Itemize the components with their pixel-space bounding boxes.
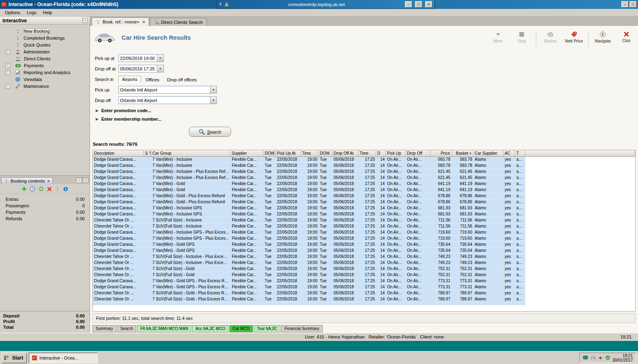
- promotion-code-expander[interactable]: ▶ Enter promotion code...: [96, 107, 638, 114]
- sidebar-item-reporting-and-analytics[interactable]: +Reporting and Analytics: [0, 69, 90, 76]
- toolbar-basket-button[interactable]: Basket: [541, 31, 560, 43]
- pickup-combobox[interactable]: ▼: [118, 86, 217, 94]
- sidebar-item-administrator[interactable]: +Administrator: [0, 48, 90, 55]
- booking-contents-close-icon[interactable]: ×: [47, 179, 49, 183]
- toolbar-navigate-button[interactable]: Navigate: [593, 31, 612, 43]
- result-row[interactable]: Dodge Grand Carava...7 Van(Mini) - Inclu…: [93, 157, 635, 163]
- result-row[interactable]: Dodge Grand Carava...7 Van(Mini) - Gold …: [93, 193, 635, 199]
- result-row[interactable]: Dodge Grand Carava...7 Van(Mini) - Inclu…: [93, 175, 635, 181]
- sidebar-collapse-button[interactable]: −: [82, 18, 88, 23]
- delete-icon[interactable]: [47, 187, 52, 192]
- result-row[interactable]: Chevrolet Tahoe Or ...7 SUV(Full Size) -…: [93, 266, 635, 272]
- window-minimize-button[interactable]: −: [621, 1, 629, 8]
- result-row[interactable]: Dodge Grand Carava...7 Van(Mini) - Gold …: [93, 278, 635, 284]
- menu-item-help[interactable]: Help: [40, 9, 56, 16]
- result-row[interactable]: Chevrolet Tahoe Or ...7 SUV(Full Size) -…: [93, 290, 635, 296]
- sidebar-item-maintenance[interactable]: +Maintenance: [0, 83, 90, 89]
- result-row[interactable]: Chevrolet Tahoe Or ...7 SUV(Full Size) -…: [93, 254, 635, 260]
- expand-plus-icon[interactable]: +: [6, 84, 10, 88]
- dropoff-combobox[interactable]: ▼: [118, 96, 217, 104]
- sidebar-item-direct-clients[interactable]: Direct Clients: [0, 55, 90, 62]
- pickup-at-input[interactable]: ▼: [118, 54, 164, 62]
- result-row[interactable]: Chevrolet Tahoe Or ...7 SUV(Full Size) -…: [93, 260, 635, 266]
- result-row[interactable]: Dodge Grand Carava...7 Van(Mini) - GoldF…: [93, 187, 635, 193]
- bottom-tab-summary[interactable]: Summary: [92, 325, 116, 332]
- bottom-tab-tour-6a-3c[interactable]: Tour 6A,3C: [254, 325, 280, 332]
- membership-number-expander[interactable]: ▶ Enter membership number...: [96, 115, 638, 123]
- column-header-basket[interactable]: Basket▼: [452, 150, 473, 157]
- dropoff-at-input[interactable]: ▼: [118, 65, 164, 72]
- column-header-s[interactable]: S: [144, 150, 151, 157]
- pickup-dropdown-icon[interactable]: ▼: [210, 86, 216, 93]
- booking-restore-button[interactable]: □: [83, 178, 88, 183]
- result-row[interactable]: Dodge Grand Carava...7 Van(Mini) - Inclu…: [93, 163, 635, 169]
- column-header-car-group[interactable]: Car Group: [151, 150, 231, 157]
- palm-icon[interactable]: [55, 187, 60, 192]
- column-header-d[interactable]: D: [376, 150, 386, 157]
- menu-item-logs[interactable]: Logs: [24, 9, 40, 16]
- toolbar-nett-price-button[interactable]: Nett Price: [565, 31, 583, 43]
- column-header-time[interactable]: Time: [358, 150, 376, 157]
- rdp-restore-button[interactable]: □: [415, 1, 422, 8]
- bottom-tab-acc-6a-3c-mco[interactable]: Acc 6A,3C MCO: [192, 325, 228, 332]
- result-row[interactable]: Chevrolet Tahoe Or ...7 SUV(Full Size) -…: [93, 224, 635, 230]
- bottom-tab-flt-6a-3c-man-mco-man[interactable]: Flt 6A,3C MAN MCO MAN: [137, 325, 191, 332]
- expand-plus-icon[interactable]: +: [6, 49, 10, 54]
- toolbar-clos-button[interactable]: Clos: [617, 31, 636, 43]
- sidebar-item-new-booking[interactable]: New Booking: [0, 28, 90, 34]
- result-row[interactable]: Dodge Grand Carava...7 Van(Mini) - Gold …: [93, 284, 635, 290]
- volume-icon[interactable]: [598, 355, 603, 360]
- info-icon[interactable]: [63, 187, 68, 192]
- result-row[interactable]: Chevrolet Tahoe Or ...7 SUV(Full Size) -…: [93, 296, 635, 302]
- result-row[interactable]: Chevrolet Tahoe Or ...7 SUV(Full Size) -…: [93, 217, 635, 224]
- result-row[interactable]: Dodge Grand Carava...7 Van(Mini) - Gold …: [93, 248, 635, 254]
- booking-contents-tab[interactable]: Booking contents ×: [1, 177, 53, 184]
- start-button[interactable]: Start: [2, 353, 27, 363]
- dropoff-value[interactable]: [119, 97, 210, 104]
- result-row[interactable]: Dodge Grand Carava...7 Van(Mini) - Inclu…: [93, 205, 635, 211]
- dropoff-at-value[interactable]: [119, 65, 157, 72]
- search-in-tab-airports[interactable]: Airports: [118, 76, 141, 83]
- bottom-tab-car-mco[interactable]: Car MCO: [229, 325, 253, 332]
- pickup-at-value[interactable]: [119, 55, 157, 62]
- taskbar-task-interactive[interactable]: Interactive - Ocea...: [29, 353, 98, 363]
- column-header-description[interactable]: Description: [93, 150, 144, 157]
- result-row[interactable]: Dodge Grand Carava...7 Van(Mini) - Inclu…: [93, 230, 635, 236]
- result-row[interactable]: Dodge Grand Carava...7 Van(Mini) - Inclu…: [93, 169, 635, 175]
- pin-icon[interactable]: [218, 2, 223, 7]
- booking-minimize-button[interactable]: −: [76, 178, 82, 183]
- pickup-at-dropdown-icon[interactable]: ▼: [157, 55, 163, 62]
- toolbar-stop-button[interactable]: Stop: [512, 31, 531, 43]
- history-icon[interactable]: [30, 186, 35, 192]
- tab-book-ref-none[interactable]: Book. ref.: <none>×: [92, 17, 149, 26]
- column-header-t[interactable]: T: [515, 150, 525, 157]
- sidebar-item-viewdata[interactable]: Viewdata: [0, 76, 90, 83]
- rdp-minimize-button[interactable]: −: [405, 1, 412, 8]
- printer-icon[interactable]: [591, 355, 596, 360]
- security-shield-icon[interactable]: [606, 355, 610, 360]
- bottom-tab-financial-summary[interactable]: Financial Summary: [281, 325, 323, 332]
- result-row[interactable]: Dodge Grand Carava...7 Van(Mini) - Gold …: [93, 199, 635, 205]
- dropoff-at-dropdown-icon[interactable]: ▼: [157, 65, 163, 72]
- column-header-car-supplier[interactable]: Car Supplier: [473, 150, 503, 157]
- add-icon[interactable]: [21, 186, 27, 192]
- expand-plus-icon[interactable]: +: [6, 70, 10, 75]
- column-header-ac[interactable]: AC: [503, 150, 515, 157]
- result-row[interactable]: Dodge Grand Carava...7 Van(Mini) - Inclu…: [93, 236, 635, 242]
- tab-direct-clients-search[interactable]: Direct Clients Search: [150, 18, 207, 26]
- result-row[interactable]: Chevrolet Tahoe Or ...7 SUV(Full Size) -…: [93, 272, 635, 278]
- column-header-drop-off-at[interactable]: Drop Off At: [332, 150, 358, 157]
- menu-item-options[interactable]: Options: [2, 9, 24, 16]
- tab-close-icon[interactable]: ×: [143, 19, 145, 24]
- result-row[interactable]: Dodge Grand Carava...7 Van(Mini) - Gold …: [93, 242, 635, 248]
- toolbar-more-button[interactable]: More: [489, 31, 507, 43]
- column-header-price[interactable]: Price: [430, 150, 452, 157]
- column-header-dow[interactable]: DOW: [263, 150, 276, 157]
- result-row[interactable]: Dodge Grand Carava...7 Van(Mini) - GoldF…: [93, 181, 635, 187]
- pickup-value[interactable]: [119, 86, 210, 93]
- column-header-drop-off[interactable]: Drop Off: [406, 150, 430, 157]
- network-monitor-icon[interactable]: [583, 355, 588, 360]
- column-header-pick-up-at[interactable]: Pick Up At: [276, 150, 301, 157]
- expand-plus-icon[interactable]: +: [6, 63, 10, 68]
- column-header-dow[interactable]: DOW: [319, 150, 332, 157]
